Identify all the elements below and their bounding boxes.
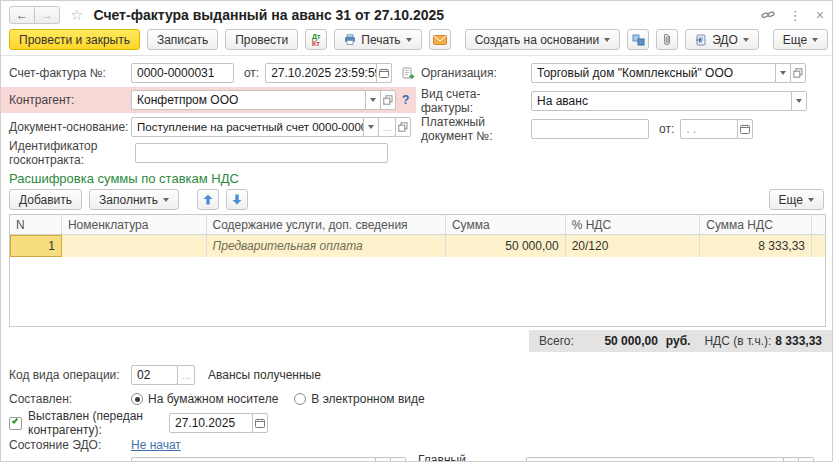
- radio-paper[interactable]: [131, 393, 143, 405]
- edo-state-link[interactable]: Не начат: [131, 438, 181, 452]
- print-label: Печать: [361, 33, 400, 47]
- payment-doc-label: Платежный документ №:: [421, 115, 531, 143]
- attachments-button[interactable]: [656, 29, 678, 50]
- cell-vat-rate[interactable]: 20/120: [566, 235, 701, 257]
- invoice-type-field[interactable]: На аванс: [531, 91, 792, 111]
- invoice-number-field[interactable]: 0000-0000031: [131, 63, 234, 83]
- vat-section-title: Расшифровка суммы по ставкам НДС: [1, 167, 832, 189]
- column-header-vat-sum[interactable]: Сумма НДС: [700, 215, 812, 235]
- radio-electronic[interactable]: [294, 393, 306, 405]
- currency-label: руб.: [666, 334, 691, 348]
- base-document-label: Документ-основание:: [9, 120, 131, 134]
- move-row-down-button[interactable]: [226, 189, 248, 210]
- print-button[interactable]: Печать: [334, 29, 421, 50]
- invoice-type-dropdown-button[interactable]: [791, 91, 807, 111]
- issued-checkbox[interactable]: [9, 417, 22, 430]
- invoice-type-label: Вид счета-фактуры:: [421, 87, 531, 115]
- table-row[interactable]: 1 Предварительная оплата 50 000,00 20/12…: [10, 235, 825, 257]
- related-documents-button[interactable]: [627, 29, 649, 50]
- favorite-star-icon[interactable]: ☆: [70, 6, 83, 24]
- organization-open-button[interactable]: [790, 63, 806, 83]
- accountant-open-button[interactable]: [798, 457, 814, 462]
- calendar-icon: [255, 418, 265, 428]
- more-button[interactable]: Еще: [773, 29, 828, 50]
- base-document-open-button[interactable]: [395, 117, 411, 137]
- invoice-window: ← → ☆ Счет-фактура выданный на аванс 31 …: [0, 0, 833, 462]
- back-icon: ←: [16, 8, 28, 22]
- counterparty-dropdown-button[interactable]: [365, 90, 381, 110]
- envelope-icon: [433, 35, 447, 45]
- column-header-vat-rate[interactable]: % НДС: [566, 215, 701, 235]
- issued-label[interactable]: Выставлен (передан контрагенту):: [28, 409, 169, 437]
- save-button[interactable]: Записать: [147, 29, 218, 50]
- counterparty-open-button[interactable]: [380, 90, 396, 110]
- post-button[interactable]: Провести: [225, 29, 298, 50]
- manager-open-button[interactable]: [390, 457, 406, 462]
- dtkt-icon: ДтКт: [312, 33, 320, 47]
- radio-paper-label[interactable]: На бумажном носителе: [148, 392, 278, 406]
- counterparty-field[interactable]: Конфетпром ООО: [131, 90, 366, 110]
- payment-doc-field[interactable]: [531, 119, 649, 139]
- dtkt-button[interactable]: ДтКт: [305, 29, 327, 50]
- email-button[interactable]: [429, 29, 451, 50]
- gov-contract-field[interactable]: [135, 143, 388, 163]
- link-chain-icon[interactable]: [761, 9, 775, 21]
- date-field[interactable]: 27.10.2025 23:59:59: [265, 63, 377, 83]
- cell-nomenclature[interactable]: [62, 235, 207, 257]
- edo-label: ЭДО: [712, 33, 738, 47]
- add-row-button[interactable]: Добавить: [9, 189, 82, 210]
- cell-sum[interactable]: 50 000,00: [446, 235, 566, 257]
- cell-row-number[interactable]: 1: [10, 235, 62, 257]
- gov-contract-label: Идентификатор госконтракта:: [9, 139, 135, 167]
- counterparty-help-icon[interactable]: ?: [402, 93, 409, 107]
- date-calendar-button[interactable]: [376, 63, 392, 83]
- issued-date-field[interactable]: 27.10.2025: [169, 413, 253, 433]
- open-link-icon: [793, 68, 803, 78]
- fill-button[interactable]: Заполнить: [89, 189, 179, 210]
- base-document-field[interactable]: Поступление на расчетный счет 0000-00000…: [131, 117, 364, 137]
- issued-calendar-button[interactable]: [252, 413, 268, 433]
- table-empty-area: [10, 257, 825, 326]
- table-more-label: Еще: [779, 193, 803, 207]
- calendar-icon: [740, 124, 750, 134]
- back-button[interactable]: ←: [9, 6, 35, 24]
- edo-button[interactable]: ЭДО: [685, 29, 759, 50]
- close-icon[interactable]: ×: [816, 7, 824, 23]
- cell-vat-sum[interactable]: 8 333,33: [700, 235, 812, 257]
- cell-content[interactable]: Предварительная оплата: [207, 235, 446, 257]
- radio-electronic-label[interactable]: В электронном виде: [311, 392, 424, 406]
- forward-button[interactable]: →: [34, 6, 60, 24]
- organization-dropdown-button[interactable]: [775, 63, 791, 83]
- operation-code-description: Авансы полученные: [208, 368, 321, 382]
- payment-doc-date-label: от:: [659, 122, 674, 136]
- operation-code-field[interactable]: 02: [131, 365, 178, 385]
- open-link-icon: [398, 122, 408, 132]
- create-based-on-button[interactable]: Создать на основании: [465, 29, 621, 50]
- table-more-button[interactable]: Еще: [769, 189, 824, 210]
- column-header-n[interactable]: N: [10, 215, 62, 235]
- organization-field[interactable]: Торговый дом "Комплексный" ООО: [531, 63, 776, 83]
- operation-code-select-button[interactable]: ...: [177, 365, 195, 385]
- forward-icon: →: [41, 8, 53, 22]
- check-icon: [12, 417, 18, 423]
- form-header: Счет-фактура №: 0000-0000031 от: 27.10.2…: [1, 56, 832, 167]
- accountant-field[interactable]: Ларионова Светлана Викторовна: [526, 457, 784, 462]
- manager-dropdown-button[interactable]: [375, 457, 391, 462]
- base-document-select-button[interactable]: ...: [378, 117, 396, 137]
- accountant-dropdown-button[interactable]: [783, 457, 799, 462]
- kebab-menu-icon[interactable]: ⋮: [789, 8, 802, 23]
- set-current-date-icon[interactable]: [402, 67, 416, 80]
- move-row-up-button[interactable]: [197, 189, 219, 210]
- column-header-nomenclature[interactable]: Номенклатура: [62, 215, 207, 235]
- column-header-sum[interactable]: Сумма: [446, 215, 566, 235]
- counterparty-label: Контрагент:: [9, 93, 131, 107]
- post-label: Провести: [235, 33, 288, 47]
- operation-code-label: Код вида операции:: [9, 368, 131, 382]
- base-document-dropdown-button[interactable]: [363, 117, 379, 137]
- post-and-close-button[interactable]: Провести и закрыть: [9, 29, 140, 50]
- payment-doc-date-field[interactable]: . .: [680, 119, 738, 139]
- manager-field[interactable]: Абрамов Геннадий Сергеевич: [131, 457, 376, 462]
- payment-doc-calendar-button[interactable]: [737, 119, 753, 139]
- column-header-content[interactable]: Содержание услуги, доп. сведения: [207, 215, 446, 235]
- vat-table: N Номенклатура Содержание услуги, доп. с…: [9, 214, 826, 327]
